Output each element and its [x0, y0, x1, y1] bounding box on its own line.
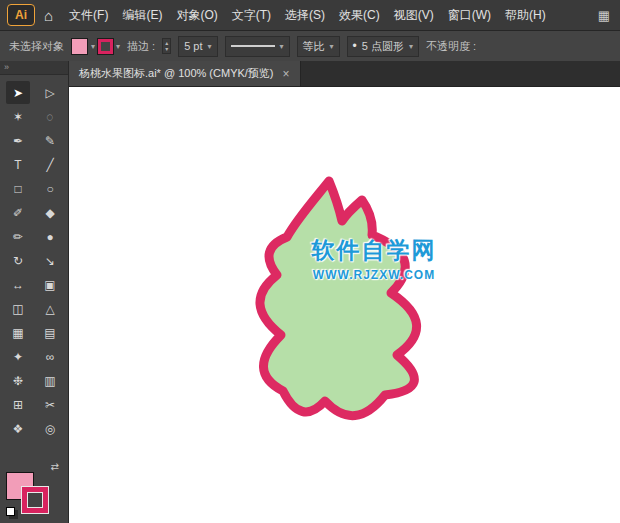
scale-tool[interactable]: ↘	[38, 249, 62, 272]
width-tool[interactable]: ↔	[6, 273, 30, 296]
menu-item-select[interactable]: 选择(S)	[278, 0, 332, 30]
symbol-sprayer-tool[interactable]: ❉	[6, 369, 30, 392]
menu-item-view[interactable]: 视图(V)	[387, 0, 441, 30]
perspective-grid-tool[interactable]: △	[38, 297, 62, 320]
app-logo-icon: Ai	[7, 4, 35, 26]
canvas[interactable]: 软件自学网 WWW.RJZXW.COM	[69, 87, 620, 523]
brush-name-value: 5 点圆形	[362, 39, 404, 54]
watermark: 软件自学网 WWW.RJZXW.COM	[294, 235, 454, 282]
chevron-down-icon: ▾	[208, 42, 212, 51]
fill-dropdown-arrow-icon[interactable]: ▾	[91, 42, 95, 51]
eyedropper-tool[interactable]: ✦	[6, 345, 30, 368]
chevron-down-icon: ▾	[409, 42, 413, 51]
line-segment-tool[interactable]: ╱	[38, 153, 62, 176]
fruit-shape[interactable]	[241, 175, 441, 435]
watermark-title: 软件自学网	[294, 235, 454, 266]
profile-name-value: 等比	[303, 39, 325, 54]
mesh-tool[interactable]: ▦	[6, 321, 30, 344]
menu-item-help[interactable]: 帮助(H)	[498, 0, 553, 30]
menu-item-type[interactable]: 文字(T)	[225, 0, 278, 30]
direct-selection-tool[interactable]: ▷	[38, 81, 62, 104]
stroke-swatch[interactable]	[98, 39, 113, 54]
type-tool[interactable]: T	[6, 153, 30, 176]
lasso-tool[interactable]: ◌	[38, 105, 62, 128]
gradient-tool[interactable]: ▤	[38, 321, 62, 344]
selection-tool[interactable]: ➤	[6, 81, 30, 104]
tab-title: 杨桃水果图标.ai* @ 100% (CMYK/预览)	[79, 66, 274, 81]
fill-stroke-proxy: ⇄	[5, 463, 63, 519]
menu-item-window[interactable]: 窗口(W)	[441, 0, 498, 30]
stroke-width-value: 5 pt	[184, 40, 202, 52]
document-tab-bar: 杨桃水果图标.ai* @ 100% (CMYK/预览) ×	[69, 61, 620, 87]
slice-tool[interactable]: ✂	[38, 393, 62, 416]
free-transform-tool[interactable]: ▣	[38, 273, 62, 296]
blob-brush-tool[interactable]: ●	[38, 225, 62, 248]
eraser-tool[interactable]: ◆	[38, 201, 62, 224]
swap-fill-stroke-icon[interactable]: ⇄	[51, 461, 59, 472]
width-profile-select[interactable]: ▾	[225, 36, 290, 57]
stroke-width-stepper[interactable]: ▴ ▾	[162, 38, 171, 54]
width-profile-preview-icon	[231, 45, 275, 47]
stroke-width-select[interactable]: 5 pt ▾	[178, 36, 217, 57]
chevron-down-icon: ▾	[280, 42, 284, 51]
tab-close-icon[interactable]: ×	[283, 68, 290, 80]
brush-definition-select[interactable]: • 5 点圆形 ▾	[347, 36, 419, 57]
profile-name-select[interactable]: 等比 ▾	[297, 36, 340, 57]
watermark-url: WWW.RJZXW.COM	[294, 268, 454, 282]
workspace-switcher-icon[interactable]: ▦	[598, 8, 610, 23]
brush-preview-icon: •	[353, 40, 357, 52]
menu-item-object[interactable]: 对象(O)	[169, 0, 224, 30]
document-tab[interactable]: 杨桃水果图标.ai* @ 100% (CMYK/预览) ×	[69, 61, 301, 86]
control-bar: 未选择对象 ▾ ▾ 描边 : ▴ ▾ 5 pt ▾ ▾ 等比 ▾ • 5 点圆形…	[0, 31, 620, 62]
stroke-proxy[interactable]	[22, 487, 48, 513]
rotate-tool[interactable]: ↻	[6, 249, 30, 272]
step-down-icon[interactable]: ▾	[165, 46, 168, 52]
hand-tool[interactable]: ❖	[6, 417, 30, 440]
ellipse-tool[interactable]: ○	[38, 177, 62, 200]
blend-tool[interactable]: ∞	[38, 345, 62, 368]
menu-item-effect[interactable]: 效果(C)	[332, 0, 387, 30]
paintbrush-tool[interactable]: ✐	[6, 201, 30, 224]
fill-stroke-controls: ▾ ▾	[71, 38, 120, 55]
home-icon[interactable]: ⌂	[44, 7, 53, 24]
menu-item-edit[interactable]: 编辑(E)	[115, 0, 169, 30]
fruit-shape-path[interactable]	[260, 181, 417, 416]
magic-wand-tool[interactable]: ✶	[6, 105, 30, 128]
opacity-label: 不透明度 :	[426, 39, 476, 54]
menu-bar: Ai ⌂ 文件(F) 编辑(E) 对象(O) 文字(T) 选择(S) 效果(C)…	[0, 0, 620, 31]
chevron-down-icon: ▾	[330, 42, 334, 51]
tools-grid: ➤ ▷ ✶ ◌ ✒ ✎ T ╱ □ ○ ✐ ◆ ✏ ● ↻ ↘ ↔ ▣ ◫ △	[0, 75, 68, 440]
artboard-tool[interactable]: ⊞	[6, 393, 30, 416]
curvature-tool[interactable]: ✎	[38, 129, 62, 152]
selection-status: 未选择对象	[9, 39, 64, 54]
default-fill-stroke-icon[interactable]	[6, 507, 15, 516]
pen-tool[interactable]: ✒	[6, 129, 30, 152]
stroke-label: 描边 :	[127, 39, 155, 54]
tools-panel: » ➤ ▷ ✶ ◌ ✒ ✎ T ╱ □ ○ ✐ ◆ ✏ ● ↻ ↘ ↔ ▣ ◫	[0, 61, 69, 523]
pencil-tool[interactable]: ✏	[6, 225, 30, 248]
document-area: 杨桃水果图标.ai* @ 100% (CMYK/预览) × 软件自学网 WWW.…	[69, 61, 620, 523]
fill-swatch[interactable]	[71, 38, 88, 55]
zoom-tool[interactable]: ◎	[38, 417, 62, 440]
stroke-dropdown-arrow-icon[interactable]: ▾	[116, 42, 120, 51]
column-graph-tool[interactable]: ▥	[38, 369, 62, 392]
rectangle-tool[interactable]: □	[6, 177, 30, 200]
menu-item-file[interactable]: 文件(F)	[62, 0, 115, 30]
shape-builder-tool[interactable]: ◫	[6, 297, 30, 320]
panel-collapse-button[interactable]: »	[0, 61, 68, 75]
work-area: » ➤ ▷ ✶ ◌ ✒ ✎ T ╱ □ ○ ✐ ◆ ✏ ● ↻ ↘ ↔ ▣ ◫	[0, 61, 620, 523]
